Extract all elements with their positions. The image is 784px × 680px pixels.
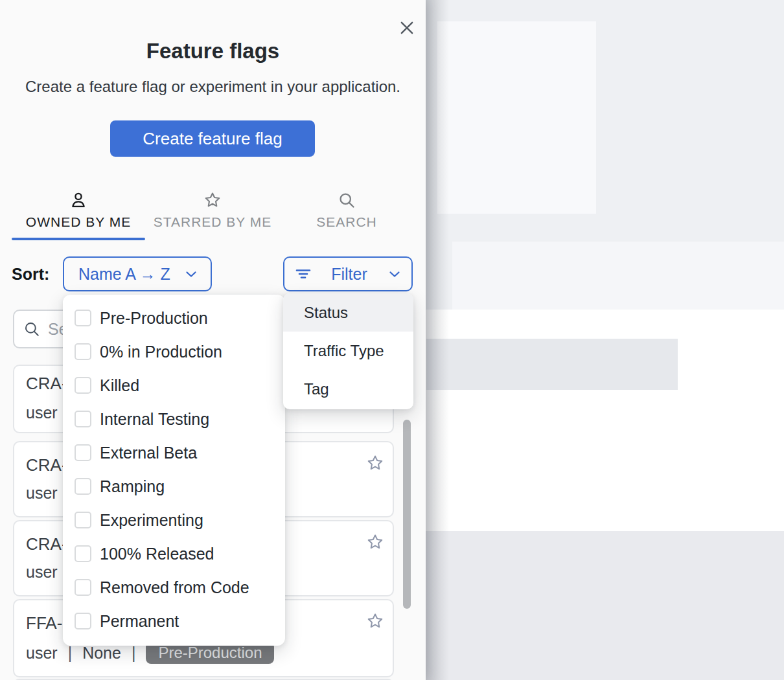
- menu-item-ramping[interactable]: Ramping: [63, 470, 285, 503]
- menu-item-label: Experimenting: [100, 511, 203, 530]
- menu-item-label: External Beta: [100, 444, 197, 462]
- close-button[interactable]: [397, 18, 417, 39]
- tab-search[interactable]: SEARCH: [280, 191, 413, 236]
- search-icon: [23, 321, 40, 337]
- star-flag-button[interactable]: [365, 612, 385, 631]
- tab-label: STARRED BY ME: [154, 214, 272, 230]
- feature-flags-panel: Feature flags Create a feature flag or e…: [0, 0, 426, 680]
- menu-item-label: 100% Released: [100, 545, 214, 563]
- menu-item-killed[interactable]: Killed: [63, 368, 285, 402]
- flag-title: CRA-: [26, 534, 67, 554]
- background-page: [426, 0, 784, 680]
- filter-option-traffic-type[interactable]: Traffic Type: [283, 332, 413, 370]
- sort-dropdown-button[interactable]: Name A → Z: [63, 256, 212, 291]
- filter-dropdown-button[interactable]: Filter: [283, 256, 413, 291]
- sort-label: Sort:: [12, 265, 49, 284]
- tab-label: OWNED BY ME: [26, 214, 131, 230]
- person-icon: [69, 191, 87, 209]
- menu-item-0-in-production[interactable]: 0% in Production: [63, 335, 285, 368]
- chevron-down-icon: [387, 266, 402, 282]
- menu-item-permanent[interactable]: Permanent: [63, 604, 285, 638]
- status-dropdown-menu: Pre-Production 0% in Production Killed I…: [63, 295, 285, 646]
- tab-owned-by-me[interactable]: OWNED BY ME: [12, 191, 145, 236]
- filter-dropdown-menu: Status Traffic Type Tag: [283, 293, 413, 409]
- filter-option-status[interactable]: Status: [283, 293, 413, 332]
- checkbox[interactable]: [75, 343, 91, 360]
- panel-drop-shadow: [426, 0, 449, 680]
- skeleton-block-top: [437, 21, 596, 214]
- star-icon: [366, 533, 384, 551]
- menu-item-experimenting[interactable]: Experimenting: [63, 503, 285, 537]
- menu-item-removed-from-code[interactable]: Removed from Code: [63, 571, 285, 604]
- menu-item-label: Killed: [100, 376, 139, 395]
- flag-owner: user: [26, 644, 58, 663]
- create-feature-flag-button[interactable]: Create feature flag: [110, 120, 315, 157]
- meta-separator: |: [68, 644, 73, 663]
- menu-item-label: Removed from Code: [100, 578, 249, 597]
- star-flag-button[interactable]: [365, 533, 385, 552]
- menu-item-label: 0% in Production: [100, 343, 222, 361]
- menu-item-label: Internal Testing: [100, 410, 209, 429]
- star-icon: [203, 191, 222, 209]
- star-icon: [366, 454, 384, 472]
- search-icon: [338, 191, 356, 209]
- star-icon: [366, 612, 384, 630]
- checkbox[interactable]: [75, 512, 91, 528]
- flag-title: CRA-: [26, 455, 67, 475]
- menu-item-external-beta[interactable]: External Beta: [63, 436, 285, 470]
- skeleton-block-middle: [452, 242, 784, 310]
- flag-title: FFA-: [26, 613, 62, 633]
- active-tab-indicator: [12, 238, 145, 240]
- flag-meta: user: [26, 403, 58, 422]
- skeleton-block-bottom: [426, 531, 784, 680]
- flag-meta: user: [26, 484, 58, 503]
- chevron-down-icon: [183, 266, 199, 282]
- checkbox[interactable]: [75, 377, 91, 394]
- menu-item-100-released[interactable]: 100% Released: [63, 537, 285, 571]
- menu-item-label: Pre-Production: [100, 309, 208, 328]
- menu-item-label: Ramping: [100, 477, 165, 496]
- filter-option-tag[interactable]: Tag: [283, 370, 413, 408]
- meta-separator: |: [132, 644, 136, 663]
- checkbox[interactable]: [75, 310, 91, 326]
- checkbox[interactable]: [75, 579, 91, 596]
- menu-item-internal-testing[interactable]: Internal Testing: [63, 402, 285, 436]
- checkbox[interactable]: [75, 478, 91, 495]
- flag-rollout: None: [82, 644, 121, 663]
- skeleton-block-row: [426, 339, 678, 390]
- flag-title: CRA-: [26, 374, 67, 394]
- flag-meta: user: [26, 563, 58, 582]
- tab-starred-by-me[interactable]: STARRED BY ME: [145, 191, 280, 236]
- page-title: Feature flags: [0, 39, 426, 63]
- checkbox[interactable]: [75, 613, 91, 629]
- checkbox[interactable]: [75, 411, 91, 427]
- menu-item-label: Permanent: [100, 612, 179, 631]
- sort-value: Name A → Z: [78, 265, 170, 284]
- filter-icon: [295, 266, 312, 282]
- close-icon: [398, 19, 416, 37]
- page-subtitle: Create a feature flag or experiment in y…: [0, 78, 426, 96]
- tab-label: SEARCH: [316, 214, 377, 230]
- checkbox[interactable]: [75, 545, 91, 562]
- menu-item-pre-production[interactable]: Pre-Production: [63, 301, 285, 335]
- scrollbar-thumb[interactable]: [403, 420, 411, 609]
- star-flag-button[interactable]: [365, 454, 385, 473]
- checkbox[interactable]: [75, 444, 91, 461]
- filter-label: Filter: [331, 265, 367, 284]
